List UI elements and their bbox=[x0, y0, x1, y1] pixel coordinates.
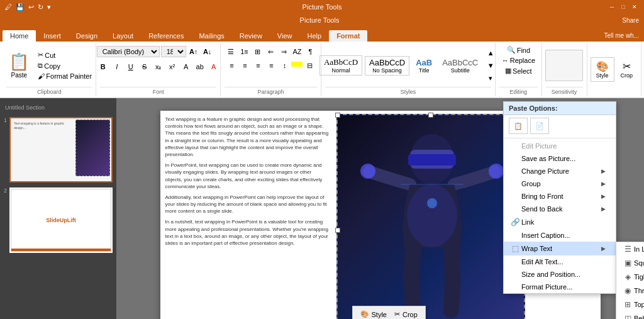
show-marks-button[interactable]: ¶ bbox=[304, 45, 316, 58]
align-center-button[interactable]: ≡ bbox=[238, 59, 251, 72]
numbering-button[interactable]: 1≡ bbox=[238, 45, 250, 58]
resize-handle-ml[interactable] bbox=[335, 228, 340, 233]
tab-review[interactable]: Review bbox=[232, 30, 270, 42]
find-button[interactable]: 🔍 Find bbox=[504, 45, 533, 55]
select-button[interactable]: ▦ Select bbox=[502, 66, 535, 76]
quick-access-save[interactable]: 💾 bbox=[16, 3, 25, 11]
menu-edit-alt-text[interactable]: Edit Alt Text... bbox=[504, 255, 616, 268]
para-2: In PowerPoint, text wrapping can be used… bbox=[165, 162, 329, 190]
shading-button[interactable] bbox=[291, 62, 303, 67]
style-subtitle[interactable]: AaBbCcC Subtitle bbox=[438, 57, 482, 75]
send-back-arrow: ▶ bbox=[601, 206, 606, 212]
tab-help[interactable]: Help bbox=[300, 30, 330, 42]
text-effects-button[interactable]: A bbox=[180, 60, 192, 73]
paragraph-content: ☰ 1≡ ⊞ ⇐ ⇒ AZ ¶ ≡ ≡ ≡ ≡ ↕ ⊟ bbox=[223, 44, 318, 87]
menu-insert-caption[interactable]: Insert Caption... bbox=[504, 229, 616, 242]
sensitivity-control[interactable] bbox=[545, 50, 583, 81]
menu-wrap-text[interactable]: ⬚ Wrap Text ▶ ☰ In Line with Text ▣ Squa… bbox=[504, 242, 616, 255]
menu-group[interactable]: Group ▶ bbox=[504, 177, 616, 190]
tab-layout[interactable]: Layout bbox=[105, 30, 141, 42]
menu-send-to-back[interactable]: Send to Back ▶ bbox=[504, 203, 616, 215]
quick-access-more[interactable]: ▾ bbox=[47, 3, 51, 11]
decrease-indent-button[interactable]: ⇐ bbox=[264, 45, 277, 58]
paste-option-2[interactable]: 📄 bbox=[530, 118, 549, 134]
menu-save-as-picture[interactable]: Save as Picture... bbox=[504, 152, 616, 165]
submenu-inline-text[interactable]: ☰ In Line with Text bbox=[616, 242, 644, 256]
submenu-behind-text[interactable]: ◫ Behind Text bbox=[616, 311, 644, 319]
slide-2-container: 2 SlideUpLift bbox=[4, 187, 113, 253]
tab-home[interactable]: Home bbox=[3, 30, 36, 42]
text-highlight-button[interactable]: ab bbox=[194, 60, 206, 73]
superscript-button[interactable]: x² bbox=[166, 60, 179, 73]
resize-handle-tl[interactable] bbox=[335, 113, 340, 118]
italic-button[interactable]: I bbox=[111, 60, 123, 73]
submenu-square[interactable]: ▣ Square bbox=[616, 256, 644, 270]
vr-image[interactable] bbox=[336, 114, 525, 319]
style-normal-preview: AaBbCcD bbox=[324, 57, 358, 67]
sort-button[interactable]: AZ bbox=[291, 45, 303, 58]
slide-thumb-1[interactable]: Text wrapping is a feature in graphic de… bbox=[9, 117, 113, 182]
subscript-button[interactable]: x₂ bbox=[152, 60, 165, 73]
bold-button[interactable]: B bbox=[97, 60, 109, 73]
tab-insert[interactable]: Insert bbox=[36, 30, 69, 42]
submenu-tight[interactable]: ◈ Tight bbox=[616, 270, 644, 284]
tab-design[interactable]: Design bbox=[69, 30, 105, 42]
style-no-spacing[interactable]: AaBbCcD No Spacing bbox=[365, 56, 409, 76]
crop-label: Crop bbox=[621, 72, 633, 79]
menu-change-picture[interactable]: Change Picture ▶ bbox=[504, 165, 616, 177]
copy-button[interactable]: ⧉ Copy bbox=[35, 61, 94, 70]
close-button[interactable]: ✕ bbox=[630, 3, 639, 11]
menu-edit-picture[interactable]: Edit Picture bbox=[504, 140, 616, 152]
tab-format[interactable]: Format bbox=[329, 30, 367, 42]
increase-indent-button[interactable]: ⇒ bbox=[277, 45, 290, 58]
font-family-select[interactable]: Calibri (Body) bbox=[97, 46, 160, 57]
multilevel-button[interactable]: ⊞ bbox=[251, 45, 264, 58]
crop-button[interactable]: ✂ Crop bbox=[616, 58, 638, 81]
style-normal[interactable]: AaBbCcD Normal bbox=[319, 55, 362, 76]
ribbon-group-clipboard: 📋 Paste ✂ Cut ⧉ Copy 🖌 Format Painter Cl… bbox=[3, 43, 96, 96]
quick-access-redo[interactable]: ↻ bbox=[38, 3, 43, 11]
select-icon: ▦ bbox=[505, 67, 511, 75]
underline-button[interactable]: U bbox=[125, 60, 137, 73]
font-shrink-button[interactable]: A↓ bbox=[201, 45, 214, 58]
resize-handle-tm[interactable] bbox=[428, 113, 433, 118]
menu-size-position[interactable]: Size and Position... bbox=[504, 268, 616, 281]
slide-thumb-2[interactable]: SlideUpLift bbox=[9, 187, 113, 253]
strikethrough-button[interactable]: S bbox=[138, 60, 151, 73]
toolbar-style-button[interactable]: 🎨 Style bbox=[358, 309, 389, 319]
align-left-button[interactable]: ≡ bbox=[225, 59, 238, 72]
clipboard-secondary: ✂ Cut ⧉ Copy 🖌 Format Painter bbox=[35, 50, 94, 81]
tab-references[interactable]: References bbox=[141, 30, 191, 42]
style-button[interactable]: 🎨 Style bbox=[591, 57, 614, 82]
align-right-button[interactable]: ≡ bbox=[252, 59, 264, 72]
bullets-button[interactable]: ☰ bbox=[225, 45, 237, 58]
tab-mailings[interactable]: Mailings bbox=[191, 30, 231, 42]
replace-label: Replace bbox=[510, 57, 535, 64]
submenu-top-bottom[interactable]: ⊞ Top and Bottom bbox=[616, 298, 644, 311]
styles-content: AaBbCcD Normal AaBbCcD No Spacing AaB Ti… bbox=[318, 44, 498, 87]
font-size-select[interactable]: 18 bbox=[161, 46, 186, 57]
menu-format-picture[interactable]: Format Picture... bbox=[504, 281, 616, 293]
style-title[interactable]: AaB Title bbox=[412, 57, 436, 75]
replace-button[interactable]: ↔ Replace bbox=[499, 56, 538, 65]
share-button[interactable]: Share bbox=[622, 17, 639, 24]
format-painter-button[interactable]: 🖌 Format Painter bbox=[35, 72, 94, 81]
cut-button[interactable]: ✂ Cut bbox=[35, 50, 94, 60]
paste-button[interactable]: 📋 Paste bbox=[4, 50, 34, 81]
justify-button[interactable]: ≡ bbox=[265, 59, 277, 72]
quick-access-undo[interactable]: ↩ bbox=[28, 3, 34, 11]
submenu-through[interactable]: ◉ Through bbox=[616, 284, 644, 298]
wrap-text-icon: ⬚ bbox=[509, 244, 521, 253]
borders-button[interactable]: ⊟ bbox=[303, 59, 316, 72]
menu-link[interactable]: 🔗 Link bbox=[504, 215, 616, 229]
font-grow-button[interactable]: A↑ bbox=[187, 45, 200, 58]
paste-option-1[interactable]: 📋 bbox=[509, 118, 528, 134]
menu-bring-to-front[interactable]: Bring to Front ▶ bbox=[504, 190, 616, 203]
tell-me-input[interactable]: Tell me wh... bbox=[599, 30, 644, 42]
minimize-button[interactable]: ─ bbox=[608, 3, 616, 11]
toolbar-crop-button[interactable]: ✂ Crop bbox=[392, 309, 420, 319]
font-color-button[interactable]: A bbox=[208, 60, 220, 73]
maximize-button[interactable]: □ bbox=[619, 3, 628, 11]
tab-view[interactable]: View bbox=[270, 30, 300, 42]
line-spacing-button[interactable]: ↕ bbox=[278, 59, 291, 72]
